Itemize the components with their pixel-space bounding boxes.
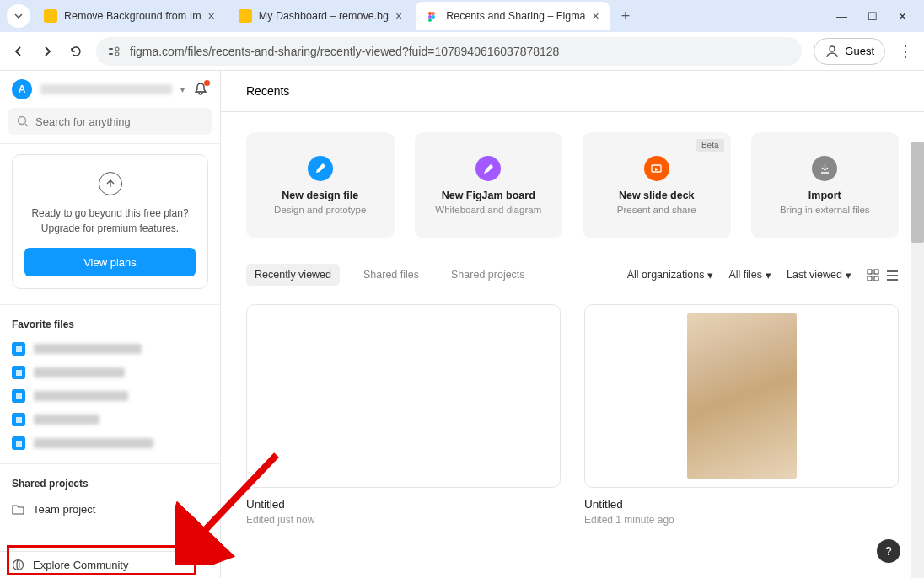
svg-rect-11	[16, 346, 22, 352]
favorite-file-item[interactable]	[0, 337, 220, 361]
svg-rect-6	[109, 53, 113, 55]
svg-rect-18	[868, 270, 872, 274]
reload-button[interactable]	[67, 43, 84, 60]
search-field[interactable]	[35, 115, 203, 128]
page-title: Recents	[221, 71, 924, 112]
figma-favicon-icon	[426, 9, 439, 23]
address-bar[interactable]: figma.com/files/recents-and-sharing/rece…	[96, 37, 802, 66]
person-icon	[825, 44, 840, 59]
favorites-heading: Favorite files	[0, 305, 220, 337]
scrollbar[interactable]	[911, 142, 924, 578]
beta-badge: Beta	[696, 139, 724, 152]
pen-icon	[308, 156, 333, 181]
card-title: New slide deck	[619, 190, 695, 201]
forward-button[interactable]	[39, 43, 56, 60]
favorite-file-item[interactable]	[0, 361, 220, 384]
filter-sort[interactable]: Last viewed ▾	[787, 269, 851, 281]
scrollbar-thumb[interactable]	[911, 142, 924, 243]
filter-organizations[interactable]: All organizations ▾	[627, 269, 714, 281]
file-card[interactable]: Untitled Edited just now	[246, 304, 561, 526]
filter-files[interactable]: All files ▾	[728, 269, 771, 281]
search-input[interactable]	[8, 108, 212, 135]
tab-search-dropdown[interactable]	[7, 4, 30, 28]
browser-menu-button[interactable]: ⋮	[897, 42, 914, 61]
create-card-new-design-file[interactable]: New design file Design and prototype	[246, 132, 395, 238]
team-project-label: Team project	[33, 503, 95, 516]
create-card-import[interactable]: Import Bring in external files	[751, 132, 900, 238]
favorite-file-item[interactable]	[0, 384, 220, 408]
tab-title: Remove Background from Im	[64, 10, 201, 22]
shared-projects-heading: Shared projects	[0, 464, 220, 496]
svg-rect-12	[16, 370, 22, 376]
explore-community-item[interactable]: Explore Community	[0, 552, 220, 578]
folder-icon	[12, 504, 24, 515]
favorite-name-redacted	[34, 415, 99, 425]
file-icon	[12, 389, 25, 403]
explore-community-label: Explore Community	[33, 559, 128, 571]
file-icon	[12, 436, 25, 450]
browser-tab-strip: Remove Background from Im × My Dashboard…	[0, 0, 924, 32]
favorite-name-redacted	[34, 438, 153, 448]
team-project-item[interactable]: Team project	[0, 496, 220, 522]
guest-label: Guest	[845, 45, 874, 57]
browser-toolbar: figma.com/files/recents-and-sharing/rece…	[0, 32, 924, 71]
favorite-file-item[interactable]	[0, 431, 220, 455]
close-tab-icon[interactable]: ×	[208, 9, 215, 23]
globe-icon	[12, 559, 24, 571]
view-plans-button[interactable]: View plans	[24, 248, 196, 276]
filter-tab-recently-viewed[interactable]: Recently viewed	[246, 264, 340, 286]
main-area: Recents New design file Design and proto…	[221, 71, 924, 578]
browser-tab-0[interactable]: Remove Background from Im ×	[34, 2, 225, 30]
maximize-icon[interactable]: ☐	[868, 10, 878, 23]
svg-rect-13	[16, 393, 22, 399]
favicon-icon	[44, 9, 57, 23]
favorite-file-item[interactable]	[0, 408, 220, 431]
file-name: Untitled	[246, 498, 561, 511]
close-window-icon[interactable]: ✕	[898, 10, 907, 23]
browser-tab-1[interactable]: My Dashboard – remove.bg ×	[228, 2, 412, 30]
site-settings-icon[interactable]	[108, 45, 121, 57]
svg-point-1	[432, 12, 435, 15]
card-subtitle: Whiteboard and diagram	[435, 205, 541, 215]
list-view-icon[interactable]	[886, 269, 899, 281]
help-button[interactable]: ?	[877, 539, 900, 563]
file-thumbnail	[246, 304, 561, 488]
upgrade-plan-card: Ready to go beyond this free plan? Upgra…	[12, 154, 208, 289]
minimize-icon[interactable]: —	[836, 10, 847, 23]
profile-guest-button[interactable]: Guest	[814, 38, 885, 65]
close-tab-icon[interactable]: ×	[593, 9, 599, 23]
browser-tab-2[interactable]: Recents and Sharing – Figma ×	[416, 2, 610, 30]
chevron-down-icon: ▾	[766, 269, 771, 281]
pencil-icon	[475, 156, 501, 181]
card-subtitle: Present and share	[617, 205, 696, 215]
grid-view-icon[interactable]	[867, 269, 879, 281]
new-tab-button[interactable]: +	[613, 8, 639, 25]
create-card-new-figjam-board[interactable]: New FigJam board Whiteboard and diagram	[415, 132, 563, 238]
card-subtitle: Design and prototype	[274, 205, 366, 215]
create-card-new-slide-deck[interactable]: Beta New slide deck Present and share	[583, 132, 731, 238]
plan-text: Ready to go beyond this free plan? Upgra…	[24, 206, 196, 236]
search-icon	[17, 115, 29, 127]
upload-arrow-icon	[99, 172, 122, 195]
filter-tab-shared-files[interactable]: Shared files	[355, 264, 427, 286]
notifications-button[interactable]	[193, 82, 208, 97]
svg-point-10	[19, 117, 26, 125]
svg-rect-20	[868, 276, 872, 281]
window-controls: — ☐ ✕	[826, 10, 917, 23]
favorite-name-redacted	[34, 344, 142, 354]
back-button[interactable]	[10, 43, 27, 60]
slides-icon	[644, 156, 669, 181]
filter-tab-shared-projects[interactable]: Shared projects	[443, 264, 534, 286]
account-switcher[interactable]: A ▾	[0, 71, 220, 108]
tab-title: My Dashboard – remove.bg	[259, 10, 389, 22]
close-tab-icon[interactable]: ×	[395, 9, 402, 23]
file-card[interactable]: Untitled Edited 1 minute ago	[584, 304, 899, 526]
chevron-down-icon[interactable]: ▾	[180, 85, 185, 94]
chevron-down-icon: ▾	[846, 269, 851, 281]
card-title: New design file	[282, 190, 358, 201]
svg-point-9	[830, 46, 835, 51]
file-meta: Edited 1 minute ago	[584, 514, 899, 526]
favorite-name-redacted	[34, 391, 128, 401]
chevron-down-icon: ▾	[707, 269, 713, 281]
svg-point-4	[428, 19, 432, 22]
